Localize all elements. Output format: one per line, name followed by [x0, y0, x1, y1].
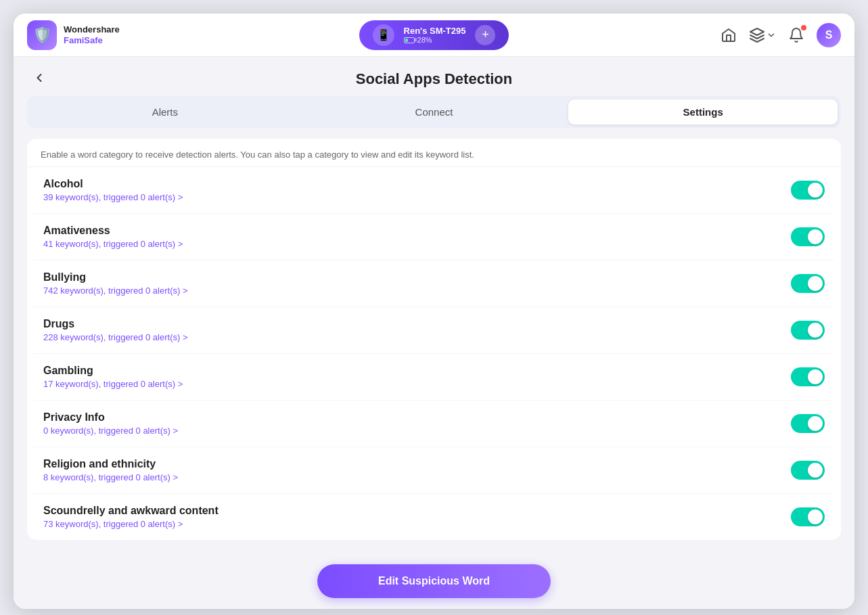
toggle-bullying[interactable]: [791, 274, 825, 293]
category-item[interactable]: Scoundrelly and awkward content 73 keywo…: [34, 494, 834, 540]
category-info-scoundrelly: Scoundrelly and awkward content 73 keywo…: [43, 505, 219, 529]
svg-marker-0: [750, 28, 764, 35]
app-window: 🛡️ Wondershare FamiSafe 📱 Ren's SM-T295 …: [14, 14, 854, 609]
page-header: Social Apps Detection: [27, 57, 841, 96]
settings-panel: Enable a word category to receive detect…: [27, 139, 841, 540]
toggle-alcohol[interactable]: [791, 181, 825, 200]
category-info-drugs: Drugs 228 keyword(s), triggered 0 alert(…: [43, 318, 188, 342]
toggle-scoundrelly[interactable]: [791, 507, 825, 526]
device-name: Ren's SM-T295: [404, 26, 466, 36]
category-info-amativeness: Amativeness 41 keyword(s), triggered 0 a…: [43, 225, 183, 249]
battery-icon: [404, 37, 415, 43]
brand-product: FamiSafe: [64, 35, 120, 46]
category-name-privacy: Privacy Info: [43, 411, 178, 424]
category-meta-privacy[interactable]: 0 keyword(s), triggered 0 alert(s) >: [43, 426, 178, 436]
category-item[interactable]: Bullying 742 keyword(s), triggered 0 ale…: [34, 260, 834, 307]
category-name-gambling: Gambling: [43, 365, 183, 377]
bottom-bar: Edit Suspicious Word: [14, 553, 854, 609]
category-meta-amativeness[interactable]: 41 keyword(s), triggered 0 alert(s) >: [43, 239, 183, 249]
category-meta-gambling[interactable]: 17 keyword(s), triggered 0 alert(s) >: [43, 379, 183, 389]
category-item[interactable]: Drugs 228 keyword(s), triggered 0 alert(…: [34, 307, 834, 354]
brand: 🛡️ Wondershare FamiSafe: [27, 20, 298, 50]
toggle-religion[interactable]: [791, 461, 825, 480]
category-info-gambling: Gambling 17 keyword(s), triggered 0 aler…: [43, 365, 183, 389]
category-name-drugs: Drugs: [43, 318, 188, 330]
user-avatar-button[interactable]: S: [817, 23, 841, 47]
category-meta-bullying[interactable]: 742 keyword(s), triggered 0 alert(s) >: [43, 286, 188, 296]
page-title: Social Apps Detection: [27, 70, 841, 88]
chevron-down-icon: [767, 30, 776, 40]
category-info-bullying: Bullying 742 keyword(s), triggered 0 ale…: [43, 271, 188, 296]
back-button[interactable]: [27, 68, 51, 91]
home-icon: [721, 27, 737, 43]
category-meta-alcohol[interactable]: 39 keyword(s), triggered 0 alert(s) >: [43, 192, 183, 202]
home-button[interactable]: [721, 27, 737, 43]
add-device-button[interactable]: +: [475, 25, 495, 45]
category-item[interactable]: Alcohol 39 keyword(s), triggered 0 alert…: [34, 167, 834, 214]
category-info-privacy: Privacy Info 0 keyword(s), triggered 0 a…: [43, 411, 178, 436]
main-content: Social Apps Detection Alerts Connect Set…: [14, 57, 854, 553]
toggle-amativeness[interactable]: [791, 227, 825, 246]
category-name-scoundrelly: Scoundrelly and awkward content: [43, 505, 219, 517]
category-name-amativeness: Amativeness: [43, 225, 183, 237]
edit-suspicious-word-button[interactable]: Edit Suspicious Word: [317, 564, 551, 598]
back-icon: [32, 71, 46, 85]
layers-icon: [749, 27, 765, 43]
device-info: Ren's SM-T295 28%: [404, 26, 466, 44]
device-battery: 28%: [404, 36, 432, 44]
tab-connect[interactable]: Connect: [300, 99, 569, 124]
category-name-religion: Religion and ethnicity: [43, 458, 178, 470]
category-info-alcohol: Alcohol 39 keyword(s), triggered 0 alert…: [43, 178, 183, 202]
notifications-button[interactable]: [788, 27, 804, 43]
tabs-container: Alerts Connect Settings: [27, 96, 841, 128]
brand-name: Wondershare: [64, 24, 120, 35]
category-meta-scoundrelly[interactable]: 73 keyword(s), triggered 0 alert(s) >: [43, 519, 219, 529]
device-pill[interactable]: 📱 Ren's SM-T295 28% +: [359, 20, 509, 50]
device-icon: 📱: [373, 24, 394, 46]
category-name-alcohol: Alcohol: [43, 178, 183, 190]
settings-description: Enable a word category to receive detect…: [27, 139, 841, 167]
navbar-right: S: [570, 23, 841, 47]
categories-list: Alcohol 39 keyword(s), triggered 0 alert…: [27, 167, 841, 540]
navbar: 🛡️ Wondershare FamiSafe 📱 Ren's SM-T295 …: [14, 14, 854, 57]
toggle-privacy[interactable]: [791, 414, 825, 433]
brand-text: Wondershare FamiSafe: [64, 24, 120, 45]
category-info-religion: Religion and ethnicity 8 keyword(s), tri…: [43, 458, 178, 482]
category-meta-drugs[interactable]: 228 keyword(s), triggered 0 alert(s) >: [43, 332, 188, 342]
category-item[interactable]: Religion and ethnicity 8 keyword(s), tri…: [34, 447, 834, 494]
category-item[interactable]: Gambling 17 keyword(s), triggered 0 aler…: [34, 354, 834, 401]
layers-button[interactable]: [749, 27, 776, 43]
notification-badge: [801, 25, 806, 30]
navbar-center: 📱 Ren's SM-T295 28% +: [298, 20, 570, 50]
toggle-gambling[interactable]: [791, 367, 825, 386]
category-item[interactable]: Privacy Info 0 keyword(s), triggered 0 a…: [34, 401, 834, 447]
tab-settings[interactable]: Settings: [568, 99, 838, 124]
tab-alerts[interactable]: Alerts: [30, 99, 300, 124]
category-name-bullying: Bullying: [43, 271, 188, 283]
category-item[interactable]: Amativeness 41 keyword(s), triggered 0 a…: [34, 214, 834, 260]
brand-icon: 🛡️: [27, 20, 57, 50]
battery-level: 28%: [417, 36, 432, 44]
toggle-drugs[interactable]: [791, 321, 825, 340]
category-meta-religion[interactable]: 8 keyword(s), triggered 0 alert(s) >: [43, 472, 178, 482]
